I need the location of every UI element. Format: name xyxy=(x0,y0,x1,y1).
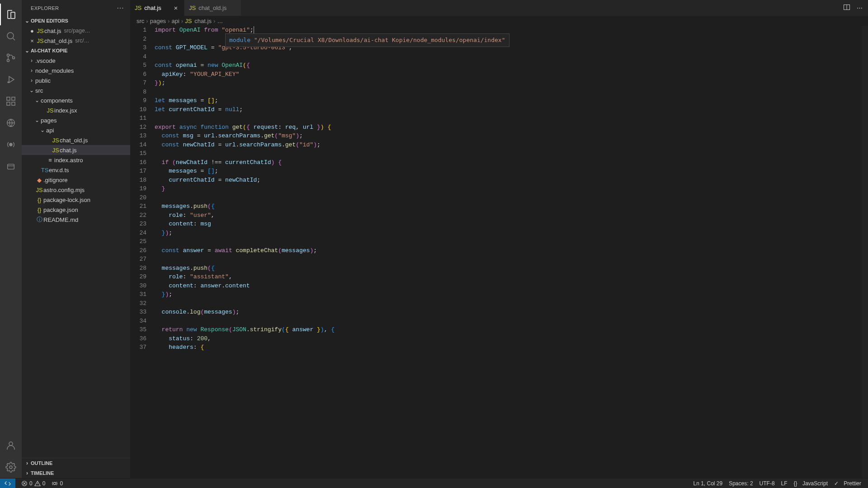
js-icon: JS xyxy=(135,5,142,11)
svg-rect-6 xyxy=(7,102,10,105)
editor-area: JSchat.js×JSchat_old.js ⋯ src› pages› ap… xyxy=(130,0,868,478)
tree-item[interactable]: JSindex.jsx xyxy=(22,105,130,115)
hover-tooltip: module "/Volumes/Crucial X8/Downloads/ai… xyxy=(225,33,509,47)
svg-point-3 xyxy=(13,57,15,59)
chevron-down-icon: ⌄ xyxy=(24,18,31,24)
run-debug-icon[interactable] xyxy=(0,69,22,90)
tab-bar: JSchat.js×JSchat_old.js ⋯ xyxy=(130,0,868,16)
file-icon: JS xyxy=(52,137,60,144)
chevron-icon: › xyxy=(28,77,35,84)
file-icon: {} xyxy=(35,206,43,213)
tree-item[interactable]: ⌄components xyxy=(22,95,130,105)
ports-indicator[interactable]: 0 xyxy=(48,480,66,487)
tree-item[interactable]: JSchat.js xyxy=(22,145,130,155)
indent-indicator[interactable]: Spaces: 2 xyxy=(726,480,756,487)
editor-tab[interactable]: JSchat.js× xyxy=(130,0,184,16)
editor-tab[interactable]: JSchat_old.js xyxy=(184,0,241,16)
activity-bar xyxy=(0,0,22,478)
search-icon[interactable] xyxy=(0,25,22,47)
svg-point-16 xyxy=(54,482,56,484)
close-icon[interactable]: × xyxy=(28,38,36,44)
timeline-header[interactable]: › TIMELINE xyxy=(22,468,130,478)
status-bar: 0 0 0 Ln 1, Col 29 Spaces: 2 UTF-8 LF {}… xyxy=(0,478,868,488)
chevron-icon: ⌄ xyxy=(28,87,35,94)
dirty-dot-icon[interactable]: ● xyxy=(28,28,36,34)
svg-rect-7 xyxy=(12,102,15,105)
file-icon: JS xyxy=(52,147,60,154)
explorer-more-icon[interactable]: ⋯ xyxy=(117,5,124,12)
file-icon: ◆ xyxy=(35,177,43,183)
js-icon: JS xyxy=(36,38,44,44)
explorer-title: EXPLORER xyxy=(31,5,117,11)
tree-item[interactable]: ⌄api xyxy=(22,125,130,135)
language-indicator[interactable]: {} JavaScript xyxy=(791,480,831,487)
tree-item[interactable]: ›node_modules xyxy=(22,66,130,75)
live-icon[interactable] xyxy=(0,134,22,155)
minimap[interactable] xyxy=(862,26,868,478)
db-icon[interactable] xyxy=(0,155,22,177)
open-editor-item[interactable]: ●JSchat.jssrc/page… xyxy=(22,26,130,36)
outline-header[interactable]: › OUTLINE xyxy=(22,458,130,468)
file-icon: TS xyxy=(41,167,49,174)
tree-item[interactable]: ◆.gitignore xyxy=(22,175,130,185)
chevron-icon: ⌄ xyxy=(33,117,41,123)
tree-item[interactable]: JSchat_old.js xyxy=(22,135,130,145)
tree-item[interactable]: ⌄src xyxy=(22,85,130,95)
tree-item[interactable]: ≡index.astro xyxy=(22,155,130,165)
eol-indicator[interactable]: LF xyxy=(778,480,791,487)
chevron-icon: › xyxy=(28,57,35,64)
explorer-sidebar: EXPLORER ⋯ ⌄ OPEN EDITORS ●JSchat.jssrc/… xyxy=(22,0,130,478)
tree-item[interactable]: {}package.json xyxy=(22,205,130,215)
file-icon: {} xyxy=(35,197,43,203)
tree-item[interactable]: JSastro.config.mjs xyxy=(22,185,130,195)
tree-item[interactable]: TSenv.d.ts xyxy=(22,165,130,175)
tree-item[interactable]: ›.vscode xyxy=(22,56,130,66)
svg-point-4 xyxy=(8,82,9,83)
remote-icon[interactable] xyxy=(0,112,22,134)
svg-rect-5 xyxy=(7,97,10,100)
svg-point-2 xyxy=(7,60,9,62)
file-icon: JS xyxy=(35,187,43,193)
source-control-icon[interactable] xyxy=(0,47,22,69)
svg-rect-11 xyxy=(8,164,14,169)
more-actions-icon[interactable]: ⋯ xyxy=(857,5,863,11)
chevron-icon: › xyxy=(28,67,35,74)
tree-item[interactable]: ⓘREADME.md xyxy=(22,215,130,225)
file-icon: ≡ xyxy=(46,157,54,164)
chevron-icon: ⌄ xyxy=(33,97,41,103)
breadcrumbs[interactable]: src› pages› api› JS chat.js› … xyxy=(130,16,868,26)
project-header[interactable]: ⌄ AI-CHAT KOPIE xyxy=(22,46,130,56)
code-editor[interactable]: 1234567891011121314151617181920212223242… xyxy=(130,26,868,478)
file-icon: JS xyxy=(46,107,54,114)
split-editor-icon[interactable] xyxy=(843,4,850,12)
js-icon: JS xyxy=(189,5,196,11)
explorer-icon[interactable] xyxy=(0,4,22,25)
chevron-right-icon: › xyxy=(24,470,31,476)
accounts-icon[interactable] xyxy=(0,435,22,456)
js-icon: JS xyxy=(185,18,192,24)
open-editor-item[interactable]: ×JSchat_old.jssrc/… xyxy=(22,36,130,46)
close-icon[interactable]: × xyxy=(172,4,179,12)
tree-item[interactable]: ›public xyxy=(22,75,130,85)
extensions-icon[interactable] xyxy=(0,90,22,112)
svg-point-12 xyxy=(9,442,13,446)
chevron-right-icon: › xyxy=(24,460,31,466)
prettier-indicator[interactable]: Prettier xyxy=(831,480,864,487)
tree-item[interactable]: {}package-lock.json xyxy=(22,195,130,205)
svg-point-1 xyxy=(7,54,9,56)
open-editors-header[interactable]: ⌄ OPEN EDITORS xyxy=(22,16,130,26)
cursor-position[interactable]: Ln 1, Col 29 xyxy=(690,480,726,487)
svg-point-0 xyxy=(7,33,14,39)
chevron-icon: ⌄ xyxy=(39,127,46,133)
problems-indicator[interactable]: 0 0 xyxy=(18,480,48,487)
gear-icon[interactable] xyxy=(0,456,22,478)
tree-item[interactable]: ⌄pages xyxy=(22,115,130,125)
svg-point-10 xyxy=(9,143,12,146)
js-icon: JS xyxy=(36,28,44,34)
svg-point-13 xyxy=(9,466,12,469)
file-icon: ⓘ xyxy=(35,216,43,224)
encoding-indicator[interactable]: UTF-8 xyxy=(756,480,778,487)
remote-indicator[interactable] xyxy=(0,479,15,488)
chevron-down-icon: ⌄ xyxy=(24,47,31,54)
svg-rect-8 xyxy=(12,97,15,100)
